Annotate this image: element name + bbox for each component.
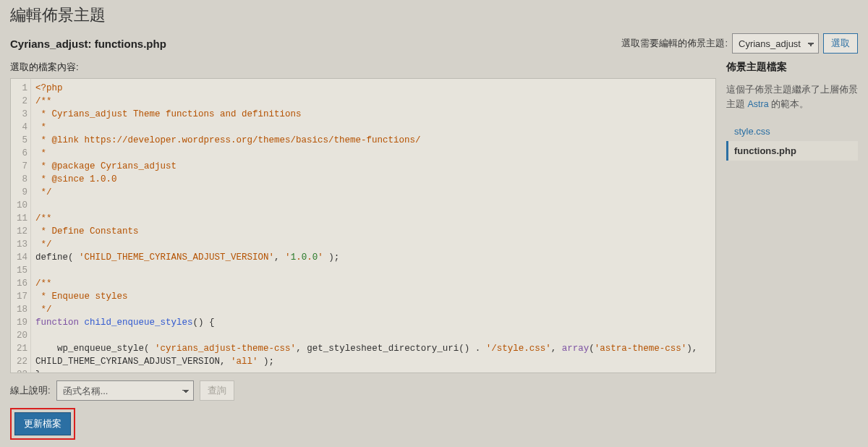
theme-select[interactable]: Cyrians_adjust: [732, 33, 819, 54]
file-item[interactable]: functions.php: [726, 141, 858, 161]
sidebar-description: 這個子佈景主題繼承了上層佈景主題 Astra 的範本。: [726, 82, 858, 111]
update-file-button[interactable]: 更新檔案: [14, 412, 71, 435]
parent-theme-link[interactable]: Astra: [747, 99, 768, 109]
theme-select-label: 選取需要編輯的佈景主題:: [621, 37, 728, 50]
sidebar-title: 佈景主題檔案: [726, 61, 858, 74]
filename-heading: Cyrians_adjust: functions.php: [10, 38, 166, 50]
line-number-gutter: 1234567891011121314151617181920212223242…: [11, 79, 31, 372]
code-content[interactable]: <?php/** * Cyrians_adjust Theme function…: [31, 79, 715, 372]
theme-file-list: style.cssfunctions.php: [726, 122, 858, 161]
code-editor[interactable]: 1234567891011121314151617181920212223242…: [10, 78, 716, 373]
lookup-button[interactable]: 查詢: [200, 380, 234, 401]
select-theme-button[interactable]: 選取: [823, 33, 858, 54]
doc-label: 線上說明:: [10, 384, 51, 397]
file-item[interactable]: style.css: [726, 122, 858, 141]
function-name-select[interactable]: 函式名稱...: [56, 380, 194, 401]
editor-label: 選取的檔案內容:: [10, 61, 716, 74]
page-title: 編輯佈景主題: [10, 4, 858, 26]
